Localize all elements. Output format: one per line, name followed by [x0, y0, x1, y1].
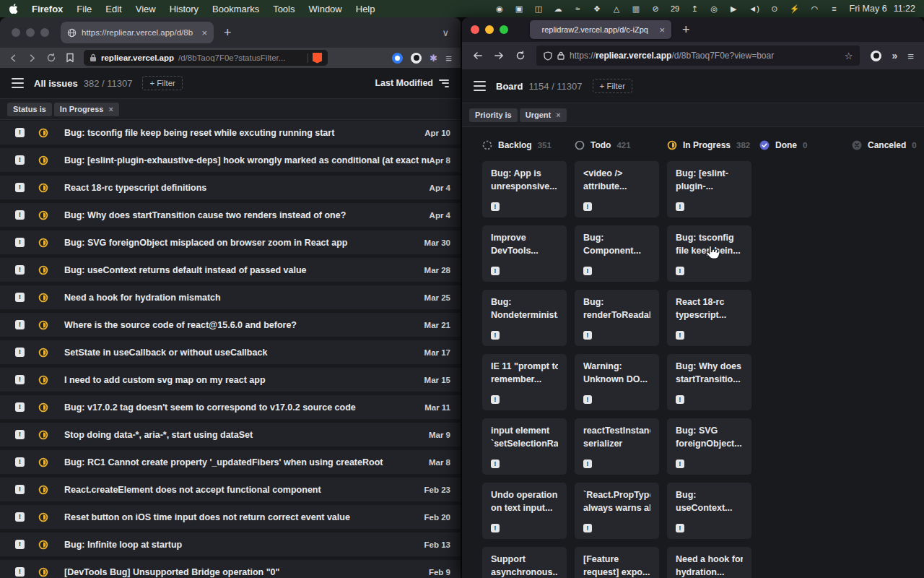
tab-close-icon[interactable]: × — [659, 25, 665, 35]
issue-card[interactable]: [Feature request] expo... ! — [575, 547, 659, 578]
play-box-icon[interactable]: △ — [612, 4, 621, 14]
issue-row[interactable]: ! Bug: Infinite loop at startup Feb 13 — [0, 532, 461, 556]
issue-card[interactable]: Bug: Nondeterminist... ! — [482, 290, 567, 346]
menu-item[interactable]: Bookmarks — [212, 4, 259, 14]
overflow-menu-icon[interactable]: » — [892, 50, 897, 61]
issue-row[interactable]: ! Bug: [eslint-plugin-exhaustive-deps] h… — [0, 148, 461, 172]
github-extension-icon[interactable] — [871, 51, 881, 61]
reload-button[interactable] — [46, 53, 56, 63]
person-icon[interactable]: ⊙ — [770, 4, 779, 14]
issue-card[interactable]: Bug: useContext... ! — [667, 483, 751, 539]
priority-urgent-icon[interactable]: ! — [15, 567, 25, 577]
issue-row[interactable]: ! React 18-rc typescript definitions Apr… — [0, 176, 461, 199]
issue-row[interactable]: ! Need a hook for hydration mismatch Mar… — [0, 285, 461, 309]
issue-card[interactable]: Support asynchronous... ! — [482, 547, 567, 578]
status-in-progress-icon[interactable] — [38, 485, 48, 495]
priority-urgent-icon[interactable]: ! — [676, 524, 684, 532]
minimize-window-button[interactable] — [26, 28, 35, 37]
display-icon[interactable]: ▣ — [515, 4, 523, 14]
address-bar[interactable]: repliear.vercel.app /d/8bTaoq7F0e?status… — [84, 50, 328, 66]
sort-label[interactable]: Last Modified — [375, 78, 433, 88]
apple-menu-icon[interactable] — [9, 4, 18, 14]
menu-item[interactable]: View — [136, 4, 156, 14]
status-in-progress-icon[interactable] — [38, 348, 48, 358]
status-in-progress-icon[interactable] — [38, 567, 48, 577]
priority-urgent-icon[interactable]: ! — [583, 524, 592, 532]
upload-icon[interactable]: ↥ — [690, 4, 699, 14]
priority-urgent-icon[interactable]: ! — [491, 524, 500, 532]
status-in-progress-icon[interactable] — [38, 540, 48, 550]
issue-row[interactable]: ! [DevTools Bug] Unsupported Bridge oper… — [0, 560, 461, 578]
add-filter-button[interactable]: + Filter — [142, 76, 182, 90]
back-button[interactable] — [9, 53, 18, 63]
priority-urgent-icon[interactable]: ! — [15, 128, 25, 137]
status-in-progress-icon[interactable] — [38, 457, 48, 467]
extensions-icon[interactable]: ✱ — [430, 53, 437, 64]
brave-shield-icon[interactable] — [313, 53, 322, 64]
status-in-progress-icon[interactable] — [38, 155, 48, 165]
issue-card[interactable]: Need a hook for hydration... ! — [667, 547, 751, 578]
priority-urgent-icon[interactable]: ! — [491, 331, 500, 340]
priority-urgent-icon[interactable]: ! — [491, 395, 500, 404]
back-button[interactable] — [472, 51, 483, 61]
status-in-progress-icon[interactable] — [38, 210, 48, 220]
priority-urgent-icon[interactable]: ! — [15, 540, 25, 549]
timer-icon[interactable]: ⊘ — [651, 4, 660, 14]
volume-icon[interactable]: ◄) — [749, 4, 759, 13]
priority-urgent-icon[interactable]: ! — [15, 430, 25, 439]
issue-card[interactable]: Bug: Component... ! — [575, 225, 659, 282]
priority-urgent-icon[interactable]: ! — [15, 457, 25, 467]
tab-list-chevron-icon[interactable]: ∨ — [442, 27, 449, 38]
tab-close-icon[interactable]: × — [201, 28, 207, 38]
calendar-icon[interactable]: 29 — [671, 4, 679, 13]
issue-row[interactable]: ! I need to add custom svg map on my rea… — [0, 368, 461, 392]
window-controls[interactable] — [471, 25, 508, 34]
battery-icon[interactable]: ⚡ — [790, 4, 800, 14]
status-in-progress-icon[interactable] — [38, 128, 48, 138]
tracking-shield-icon[interactable] — [544, 51, 552, 61]
filter-field-chip[interactable]: Priority is — [469, 108, 518, 122]
issue-card[interactable]: Improve DevTools... ! — [482, 225, 567, 282]
priority-urgent-icon[interactable]: ! — [15, 512, 25, 522]
issue-row[interactable]: ! Bug: SVG foreignObject misplaced on br… — [0, 230, 461, 254]
new-tab-button[interactable]: + — [224, 26, 232, 39]
password-extension-icon[interactable] — [392, 53, 403, 64]
priority-urgent-icon[interactable]: ! — [676, 460, 684, 468]
menu-item[interactable]: Edit — [105, 4, 121, 14]
priority-urgent-icon[interactable]: ! — [491, 267, 500, 275]
priority-urgent-icon[interactable]: ! — [676, 202, 684, 211]
priority-urgent-icon[interactable]: ! — [676, 331, 684, 340]
browser-menu-icon[interactable]: ≡ — [445, 53, 452, 64]
menubar-clock[interactable]: Fri May 6 11:22 — [850, 4, 915, 14]
issue-card[interactable]: IE 11 "prompt to remember... ! — [482, 354, 567, 410]
sort-icon[interactable] — [439, 79, 449, 87]
sidebar-menu-icon[interactable] — [474, 81, 486, 91]
zoom-window-button[interactable] — [40, 28, 49, 37]
docker-icon[interactable]: ≈ — [573, 4, 582, 13]
status-in-progress-icon[interactable] — [38, 402, 48, 413]
priority-urgent-icon[interactable]: ! — [583, 267, 592, 275]
issue-card[interactable]: reactTestInstanc serializer ! — [575, 418, 659, 475]
issue-row[interactable]: ! SetState in useCallback or without use… — [0, 340, 461, 364]
priority-urgent-icon[interactable]: ! — [676, 395, 684, 404]
remove-filter-icon[interactable]: × — [108, 105, 113, 113]
left-active-tab[interactable]: https://repliear.vercel.app/d/8b × — [61, 22, 214, 43]
right-active-tab[interactable]: replidraw2.vercel.app/d/c-iZpq × — [530, 20, 671, 39]
status-in-progress-icon[interactable] — [38, 375, 48, 385]
menu-item[interactable]: Help — [356, 4, 375, 14]
priority-urgent-icon[interactable]: ! — [15, 238, 25, 247]
menu-item[interactable]: Tools — [273, 4, 295, 14]
menu-item[interactable]: History — [170, 4, 199, 14]
issue-card[interactable]: Bug: [eslint- plugin-... ! — [667, 161, 751, 217]
issue-row[interactable]: ! Bug: tsconfig file keep being reset wh… — [0, 121, 461, 144]
minimize-window-button[interactable] — [485, 25, 494, 34]
issue-card[interactable]: Bug: tsconfig file keep bein... ! — [667, 225, 751, 282]
menubar-app-name[interactable]: Firefox — [32, 4, 63, 14]
wifi-icon[interactable]: ◠ — [811, 4, 819, 14]
priority-urgent-icon[interactable]: ! — [15, 485, 25, 494]
filter-value-chip[interactable]: Urgent × — [520, 108, 567, 122]
issue-row[interactable]: ! Bug: RC1 Cannot create property '_upda… — [0, 450, 461, 474]
status-in-progress-icon[interactable] — [38, 512, 48, 522]
record-icon[interactable]: ◉ — [495, 4, 504, 14]
priority-urgent-icon[interactable]: ! — [15, 293, 25, 302]
